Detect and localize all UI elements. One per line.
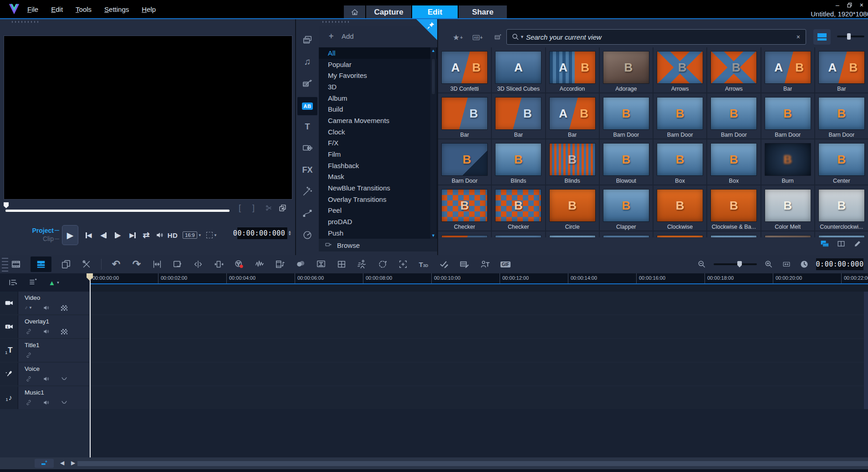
transition-item-barn-door[interactable]: BBarn Door [600,93,653,139]
search-input[interactable] [526,33,797,41]
library-nav-title-icon[interactable]: T [300,119,315,134]
transition-item-blinds[interactable]: BBlinds [546,139,599,185]
thumbnail-size-slider[interactable] [837,36,864,37]
mode-project-button[interactable]: Project [8,226,59,235]
transition-item[interactable]: A [600,231,653,237]
mode-clip-button[interactable]: Clip [8,235,59,243]
transparency-checker-icon[interactable] [60,328,68,335]
add-to-favorites-icon[interactable]: ★+ [451,32,465,43]
split-screen-icon[interactable] [336,258,347,270]
record-capture-icon[interactable] [233,258,245,270]
scrubber-bar[interactable] [5,210,230,212]
ripple-move-icon[interactable] [213,258,225,270]
blend-icon[interactable] [295,258,306,270]
close-icon[interactable]: × [860,2,863,8]
restore-icon[interactable] [847,2,853,8]
track-type-title1-icon[interactable]: 1T [0,339,18,362]
preview-timecode[interactable]: 00:00:00:000 ▲▼ [237,227,288,240]
category-item-newblue-transitions[interactable]: NewBlue Transitions [319,182,437,194]
search-clear-icon[interactable]: × [797,33,800,41]
transition-item-box[interactable]: BBox [654,139,706,185]
library-nav-motion-icon[interactable] [300,205,315,221]
transition-item-arrows[interactable]: BArrows [707,47,760,92]
browse-button[interactable]: Browse [319,239,437,251]
subtitle-editor-icon[interactable] [315,258,327,270]
multicam-icon[interactable] [438,258,450,270]
edit-pencil-icon[interactable] [852,239,863,249]
mask-creator-icon[interactable] [397,258,409,270]
scroll-up-icon[interactable]: ▲ [430,48,436,53]
transition-item-blinds[interactable]: BBlinds [492,139,545,185]
mute-speaker-icon[interactable] [42,375,50,382]
transition-item-bar[interactable]: BBar [438,93,491,139]
track-lane[interactable] [89,386,868,409]
zoom-in-icon[interactable] [763,258,775,270]
library-compact-view-icon[interactable] [835,239,847,249]
track-type-note1-icon[interactable]: 1♪ [0,386,18,409]
transparency-checker-icon[interactable] [60,304,68,311]
track-type-mic-icon[interactable] [0,363,18,385]
category-item-all[interactable]: All [319,47,437,59]
menu-file[interactable]: File [27,5,38,13]
slider-thumb[interactable] [847,33,851,40]
transition-item-barn-door[interactable]: BBarn Door [815,93,868,139]
library-nav-media-icon[interactable] [300,32,315,48]
panel-drag-handle[interactable] [2,256,8,272]
mute-speaker-icon[interactable] [42,304,50,311]
category-item-overlay-transitions[interactable]: Overlay Transitions [319,194,437,205]
transition-item-clockwise[interactable]: BClockwise [654,185,706,231]
category-item-flashback[interactable]: Flashback [319,160,437,171]
project-duration-clock-icon[interactable] [798,258,810,270]
fit-timeline-to-window-icon[interactable] [781,258,792,270]
3d-title-icon[interactable]: T3D [418,258,429,270]
transition-item[interactable]: B [761,231,814,237]
volume-speaker-icon[interactable] [154,225,166,245]
library-media-view-icon[interactable] [819,239,831,249]
category-item-my-favorites[interactable]: My Favorites [319,70,437,81]
transition-item-circle[interactable]: BCircle [546,185,599,231]
repeat-loop-icon[interactable]: ⇄ [140,225,152,245]
library-nav-transitions[interactable]: AB [297,97,317,115]
transition-item-checker[interactable]: BChecker [438,185,491,231]
track-manager-icon[interactable] [7,277,18,288]
timeline-zoom-slider[interactable] [714,263,757,265]
360-video-icon[interactable] [377,258,388,270]
mute-speaker-icon[interactable] [42,328,50,335]
volume-envelope-icon[interactable] [60,399,68,406]
link-dropdown-icon[interactable]: ▼ [25,304,32,311]
tab-capture[interactable]: Capture [366,5,411,19]
transition-item-3d-sliced-cubes[interactable]: A3D Sliced Cubes [492,47,545,92]
transition-item-clapper[interactable]: BClapper [600,185,653,231]
track-lane[interactable] [89,315,868,338]
transition-item-barn-door[interactable]: BBarn Door [654,93,706,139]
menu-edit[interactable]: Edit [51,5,63,13]
menu-help[interactable]: Help [142,5,156,13]
horizontal-scrollbar[interactable] [77,461,868,466]
undo-icon[interactable]: ↶ [110,258,122,270]
transition-item-color-melt[interactable]: BColor Melt [761,185,814,231]
list-view-toggle-button[interactable] [813,29,831,45]
library-nav-speed-icon[interactable] [300,227,315,242]
category-item-3d[interactable]: 3D [319,81,437,92]
tab-edit[interactable]: Edit [412,5,458,19]
transition-item-barn-door[interactable]: BBarn Door [707,93,760,139]
track-lane[interactable] [89,292,868,314]
category-item-popular[interactable]: Popular [319,59,437,70]
scroll-right-icon[interactable]: ▶ [71,460,75,466]
track-lane[interactable] [89,363,868,385]
panel-drag-handle[interactable] [12,21,40,23]
tools-icon[interactable] [81,258,92,270]
transition-item-box[interactable]: BBox [707,139,760,185]
category-item-album[interactable]: Album [319,92,437,104]
transition-item[interactable]: B [815,231,868,237]
aspect-ratio-dropdown[interactable]: 16:9▼ [181,225,203,245]
transition-item-arrows[interactable]: BArrows [654,47,706,92]
track-header[interactable]: Title1 [18,339,89,362]
transition-item-counterclockwi-[interactable]: BCounterclockwi... [815,185,868,231]
transition-item-adorage[interactable]: BAdorage [600,47,653,92]
redo-icon[interactable]: ↷ [131,258,143,270]
timeline-view-icon[interactable] [31,257,51,272]
transition-item-bar[interactable]: BBar [492,93,545,139]
transition-item[interactable]: B [654,231,706,237]
split-clip-scissors-icon[interactable] [265,204,273,212]
